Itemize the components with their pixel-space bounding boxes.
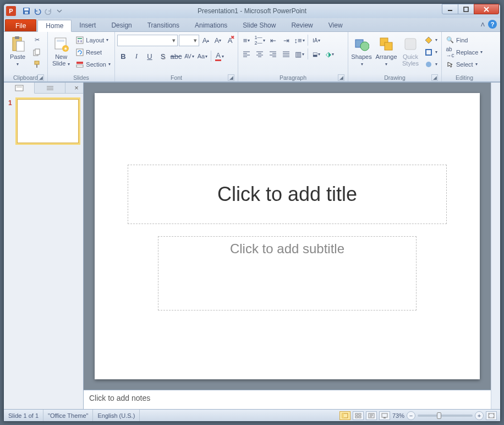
reset-button[interactable]: Reset <box>74 46 112 58</box>
shape-effects-button[interactable]: ▾ <box>423 58 439 70</box>
align-text-button[interactable]: ⬓▾ <box>310 48 322 60</box>
slideshow-view-button[interactable] <box>379 411 390 420</box>
find-button[interactable]: 🔍Find <box>444 34 484 46</box>
clear-formatting-button[interactable]: A✖ <box>224 34 235 46</box>
justify-button[interactable] <box>280 48 292 60</box>
replace-button[interactable]: ab→cReplace▾ <box>444 46 484 58</box>
cut-button[interactable]: ✂ <box>31 34 43 46</box>
powerpoint-app-icon[interactable]: P <box>6 6 16 16</box>
tab-slideshow[interactable]: Slide Show <box>235 19 283 31</box>
shape-effects-icon <box>424 60 433 69</box>
zoom-slider-thumb[interactable] <box>437 412 441 419</box>
group-paragraph: ≡▾ 1—2—▾ ⇤ ⇥ ↕≡▾ ⅠA▾ ▥▾ ⬓▾ ⬗▾ <box>238 32 348 81</box>
outline-pane-tab[interactable] <box>35 83 65 93</box>
increase-indent-icon: ⇥ <box>283 36 289 45</box>
pane-close-button[interactable]: × <box>70 83 83 93</box>
bullets-icon: ≡ <box>243 36 248 45</box>
drawing-dialog-launcher[interactable]: ◢ <box>431 74 438 81</box>
group-slides: ✶ New Slide ▾ Layout▾ Reset Section▾ Sli… <box>48 32 115 81</box>
svg-rect-39 <box>382 413 387 417</box>
align-center-button[interactable] <box>254 48 266 60</box>
strikethrough-button[interactable]: abc <box>170 50 182 62</box>
paragraph-dialog-launcher[interactable]: ◢ <box>338 74 344 81</box>
qat-customize-icon[interactable] <box>54 6 64 16</box>
font-dialog-launcher[interactable]: ◢ <box>228 74 234 81</box>
copy-button[interactable] <box>31 46 43 58</box>
numbering-button[interactable]: 1—2—▾ <box>254 34 266 46</box>
shape-outline-button[interactable]: ▾ <box>423 46 439 58</box>
tab-home[interactable]: Home <box>37 20 72 32</box>
slide-thumbnail-1[interactable]: 1 <box>8 99 79 143</box>
shadow-button[interactable]: S <box>157 50 169 62</box>
fit-to-window-button[interactable] <box>486 411 497 420</box>
redo-icon[interactable] <box>43 6 53 16</box>
grow-font-button[interactable]: A▴ <box>200 34 211 46</box>
maximize-button[interactable] <box>458 4 474 14</box>
section-button[interactable]: Section▾ <box>74 58 112 70</box>
close-button[interactable] <box>474 4 499 14</box>
file-tab[interactable]: File <box>5 19 36 31</box>
text-direction-button[interactable]: ⅠA▾ <box>310 34 322 46</box>
reading-view-button[interactable] <box>366 411 377 420</box>
font-color-button[interactable]: A▾ <box>213 50 226 62</box>
help-icon[interactable]: ? <box>488 20 497 29</box>
svg-rect-21 <box>76 62 83 64</box>
align-right-button[interactable] <box>267 48 279 60</box>
status-language[interactable]: English (U.S.) <box>93 410 140 421</box>
notes-pane[interactable]: Click to add notes <box>84 390 491 409</box>
tab-view[interactable]: View <box>321 19 350 31</box>
slides-pane-tab[interactable] <box>4 83 35 94</box>
font-size-combo[interactable]: ▾ <box>179 35 199 46</box>
clipboard-dialog-launcher[interactable]: ◢ <box>37 74 44 81</box>
format-painter-button[interactable] <box>31 58 43 70</box>
char-spacing-button[interactable]: AV▾ <box>183 50 195 62</box>
bold-button[interactable]: B <box>117 50 129 62</box>
zoom-in-button[interactable]: + <box>475 411 484 420</box>
undo-icon[interactable] <box>32 6 42 16</box>
change-case-button[interactable]: Aa▾ <box>196 50 209 62</box>
minimize-ribbon-icon[interactable]: ᐱ <box>481 21 485 28</box>
font-family-combo[interactable]: ▾ <box>117 35 178 46</box>
italic-button[interactable]: I <box>130 50 143 62</box>
slide-viewport[interactable]: Click to add title Click to add subtitle <box>84 83 491 390</box>
shrink-font-button[interactable]: A▾ <box>212 34 223 46</box>
minimize-button[interactable] <box>442 4 458 14</box>
tab-review[interactable]: Review <box>283 19 320 31</box>
slide[interactable]: Click to add title Click to add subtitle <box>95 93 480 379</box>
zoom-percent[interactable]: 73% <box>392 412 404 419</box>
status-theme[interactable]: "Office Theme" <box>43 410 93 421</box>
title-placeholder[interactable]: Click to add title <box>128 165 447 224</box>
normal-view-button[interactable] <box>339 411 350 420</box>
quick-styles-button[interactable]: Quick Styles <box>400 34 421 68</box>
tab-animations[interactable]: Animations <box>187 19 235 31</box>
new-slide-button[interactable]: ✶ New Slide ▾ <box>50 34 72 69</box>
save-icon[interactable] <box>21 6 31 16</box>
zoom-slider[interactable] <box>418 415 473 417</box>
shape-fill-button[interactable]: ▾ <box>423 34 439 46</box>
status-slide[interactable]: Slide 1 of 1 <box>4 410 43 421</box>
paste-button[interactable]: Paste▾ <box>6 34 29 69</box>
group-label-editing: Editing <box>444 73 485 81</box>
group-drawing: Shapes▾ Arrange▾ Quick Styles ▾ ▾ ▾ Draw… <box>348 32 442 81</box>
bullets-button[interactable]: ≡▾ <box>240 34 253 46</box>
tab-insert[interactable]: Insert <box>72 19 103 31</box>
arrange-button[interactable]: Arrange▾ <box>374 34 398 69</box>
zoom-out-button[interactable]: − <box>407 411 415 420</box>
line-spacing-button[interactable]: ↕≡▾ <box>293 34 305 46</box>
columns-button[interactable]: ▥▾ <box>293 48 305 60</box>
layout-button[interactable]: Layout▾ <box>74 34 112 46</box>
select-button[interactable]: Select▾ <box>444 58 484 70</box>
sorter-view-button[interactable] <box>353 411 364 420</box>
svg-text:✶: ✶ <box>63 46 68 52</box>
smartart-button[interactable]: ⬗▾ <box>324 48 336 60</box>
decrease-indent-button[interactable]: ⇤ <box>267 34 279 46</box>
underline-button[interactable]: U <box>144 50 156 62</box>
vertical-scrollbar[interactable] <box>491 83 500 409</box>
shapes-button[interactable]: Shapes▾ <box>350 34 372 69</box>
tab-transitions[interactable]: Transitions <box>140 19 187 31</box>
subtitle-placeholder[interactable]: Click to add subtitle <box>158 236 417 310</box>
tab-design[interactable]: Design <box>103 19 139 31</box>
increase-indent-button[interactable]: ⇥ <box>280 34 292 46</box>
align-left-button[interactable] <box>240 48 253 60</box>
svg-rect-37 <box>359 416 361 418</box>
